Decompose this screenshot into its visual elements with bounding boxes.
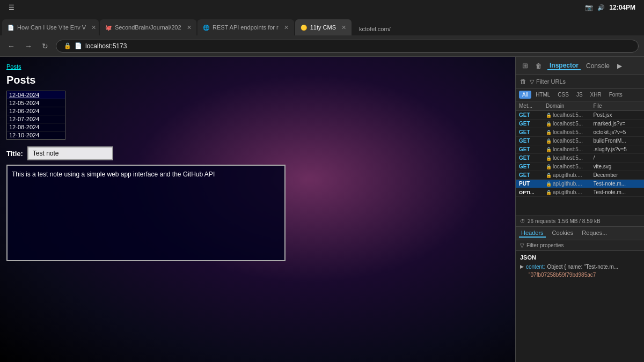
clear-requests-icon[interactable]: 🗑 xyxy=(520,78,526,85)
type-tab-all[interactable]: All xyxy=(519,91,531,99)
filter-url-input[interactable]: ▽ Filter URLs xyxy=(530,78,566,85)
request-file: December xyxy=(594,172,641,178)
request-domain: 🔒localhost:5... xyxy=(546,164,594,169)
os-topbar-right: 📷 🔊 12:04PM xyxy=(585,4,635,11)
request-row[interactable]: GET 🔒localhost:5... buildFrontM... xyxy=(516,137,644,145)
expand-icon: ▶ xyxy=(520,263,524,271)
tab-vite[interactable]: 📄 How Can I Use Vite Env V ✕ xyxy=(2,19,99,35)
os-menu-icon[interactable]: ☰ xyxy=(9,4,14,11)
type-tab-css[interactable]: CSS xyxy=(554,91,572,99)
request-row[interactable]: GET 🔒localhost:5... .slugify.js?v=5 xyxy=(516,145,644,154)
request-file: vite.svg xyxy=(594,164,641,169)
request-method: GET xyxy=(519,129,546,135)
filter-props-label: Filter properties xyxy=(526,242,564,248)
tab-rest[interactable]: 🌐 REST API endpoints for r ✕ xyxy=(197,19,294,35)
tab-kctofel[interactable]: kctofel.com/ xyxy=(353,23,397,35)
request-method: GET xyxy=(519,138,546,144)
tab-favicon-rest: 🌐 xyxy=(203,25,209,31)
address-bar: ← → ↻ 🔒 📄 localhost:5173 xyxy=(0,35,644,57)
dt-columns: Met... Domain File xyxy=(516,101,644,111)
type-tab-js[interactable]: JS xyxy=(573,91,586,99)
request-row[interactable]: GET 🔒localhost:5... vite.svg xyxy=(516,162,644,171)
request-row[interactable]: GET 🔒localhost:5... octokit.js?v=5 xyxy=(516,128,644,137)
tab-label-secondbrain: SecondBrain/Journal/202 xyxy=(115,24,181,31)
request-file: buildFrontM... xyxy=(594,138,641,144)
tab-favicon-secondbrain: 🐙 xyxy=(105,25,112,31)
tab-close-11ty[interactable]: ✕ xyxy=(341,24,346,31)
list-item[interactable]: 12-05-2024 xyxy=(7,99,65,107)
tab-console[interactable]: Console xyxy=(584,62,612,70)
os-topbar: ☰ 📷 🔊 12:04PM xyxy=(0,0,644,15)
list-item[interactable]: 12-06-2024 xyxy=(7,107,65,115)
request-method: GET xyxy=(519,172,546,178)
request-count: 26 requests xyxy=(528,218,555,224)
tab-11ty[interactable]: 🟡 11ty CMS ✕ xyxy=(295,19,352,35)
tab-close-vite[interactable]: ✕ xyxy=(91,24,96,31)
request-row[interactable]: OPTI... 🔒api.github.... Test-note.m... xyxy=(516,188,644,197)
forward-button[interactable]: → xyxy=(23,41,34,51)
request-domain: 🔒localhost:5... xyxy=(546,112,594,118)
devtools-panel: ⊞ 🗑 Inspector Console ▶ 🗑 ▽ Filter URLs … xyxy=(515,57,644,362)
request-domain: 🔒localhost:5... xyxy=(546,129,594,135)
tab-bar: 📄 How Can I Use Vite Env V ✕ 🐙 SecondBra… xyxy=(0,15,644,35)
content-textarea[interactable]: This is a test note using a simple web a… xyxy=(6,165,286,261)
tab-inspector[interactable]: Inspector xyxy=(547,62,581,70)
request-row[interactable]: GET 🔒api.github.... December xyxy=(516,171,644,180)
tab-headers[interactable]: Headers xyxy=(519,229,546,238)
breadcrumb[interactable]: Posts xyxy=(6,63,509,70)
tab-label-kctofel: kctofel.com/ xyxy=(359,26,391,32)
tab-close-rest[interactable]: ✕ xyxy=(284,24,289,31)
tab-favicon-11ty: 🟡 xyxy=(301,25,307,31)
request-file: .slugify.js?v=5 xyxy=(594,146,641,152)
devtools-trash-icon[interactable]: 🗑 xyxy=(533,61,544,71)
list-item[interactable]: 12-08-2024 xyxy=(7,123,65,131)
address-input[interactable]: 🔒 📄 localhost:5173 xyxy=(56,40,639,53)
tab-more[interactable]: ▶ xyxy=(615,62,624,70)
title-input[interactable] xyxy=(27,146,113,160)
title-label: Title: xyxy=(6,150,23,158)
request-domain: 🔒api.github.... xyxy=(546,181,594,187)
json-expand[interactable]: ▶ content: Object { name: "Test-note.m..… xyxy=(520,263,640,271)
tab-label-11ty: 11ty CMS xyxy=(310,24,336,31)
type-tab-html[interactable]: HTML xyxy=(532,91,553,99)
tab-label-vite: How Can I Use Vite Env V xyxy=(17,24,86,31)
json-content-val: Object { name: "Test-note.m... xyxy=(547,263,619,271)
devtools-toolbar: ⊞ 🗑 Inspector Console ▶ xyxy=(516,57,644,75)
request-file: marked.js?v= xyxy=(594,121,641,127)
reload-button[interactable]: ↻ xyxy=(40,41,50,51)
request-file: octokit.js?v=5 xyxy=(594,129,641,135)
time-display: 12:04PM xyxy=(609,4,635,11)
back-button[interactable]: ← xyxy=(5,41,17,51)
filter-icon: ▽ xyxy=(530,78,534,85)
list-item[interactable]: 12-07-2024 xyxy=(7,115,65,123)
json-area: JSON ▶ content: Object { name: "Test-not… xyxy=(516,251,644,362)
request-row-selected[interactable]: PUT 🔒api.github.... Test-note.m... xyxy=(516,180,644,188)
list-item[interactable]: 12-04-2024 xyxy=(7,91,65,99)
devtools-screenshot-icon[interactable]: ⊞ xyxy=(520,61,530,71)
page-icon: 📄 xyxy=(75,42,82,49)
type-tab-xhr[interactable]: XHR xyxy=(587,91,605,99)
request-row[interactable]: GET 🔒localhost:5... / xyxy=(516,154,644,162)
browser-window: 📄 How Can I Use Vite Env V ✕ 🐙 SecondBra… xyxy=(0,15,644,362)
type-tab-fonts[interactable]: Fonts xyxy=(606,91,626,99)
json-content-key: content: xyxy=(526,263,545,271)
request-method: OPTI... xyxy=(519,190,546,195)
tab-cookies[interactable]: Cookies xyxy=(550,229,576,238)
content-text: This is a test note using a simple web a… xyxy=(12,170,215,179)
request-row[interactable]: GET 🔒localhost:5... Post.jsx xyxy=(516,111,644,120)
tab-request[interactable]: Reques... xyxy=(580,229,609,238)
tab-secondbrain[interactable]: 🐙 SecondBrain/Journal/202 ✕ xyxy=(100,19,196,35)
requests-list: GET 🔒localhost:5... Post.jsx GET 🔒localh… xyxy=(516,111,644,216)
status-bar: ⏱ 26 requests 1.56 MB / 8.59 kB xyxy=(516,216,644,226)
request-row[interactable]: GET 🔒localhost:5... marked.js?v= xyxy=(516,120,644,128)
form-area: Title: This is a test note using a simpl… xyxy=(6,146,509,261)
security-icon: 🔒 xyxy=(64,42,71,49)
request-method: GET xyxy=(519,164,546,169)
request-file: Test-note.m... xyxy=(594,189,641,195)
filter-url-label: Filter URLs xyxy=(536,78,566,85)
list-item[interactable]: 12-10-2024 xyxy=(7,131,65,139)
col-domain: Domain xyxy=(546,103,594,109)
request-domain: 🔒localhost:5... xyxy=(546,155,594,161)
tab-close-secondbrain[interactable]: ✕ xyxy=(187,24,192,31)
json-sub-val: "07fb07258b59f79bd985ac7 xyxy=(520,271,640,279)
